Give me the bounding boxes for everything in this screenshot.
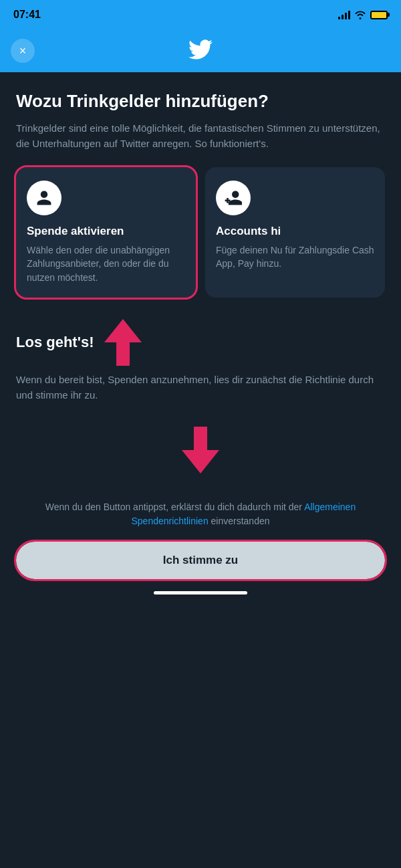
header: × xyxy=(0,29,401,72)
down-arrow-icon xyxy=(182,427,219,473)
consent-text: Wenn du den Button antippst, erklärst du… xyxy=(16,500,385,528)
spende-card[interactable]: Spende aktivieren Wähle den oder die una… xyxy=(16,167,196,298)
accounts-desc: Füge deinen Nu für Zahlungsdie Cash App,… xyxy=(216,243,374,271)
spende-title: Spende aktivieren xyxy=(27,225,185,238)
wifi-icon xyxy=(354,10,366,19)
close-icon: × xyxy=(19,45,27,57)
footer-area: Wenn du den Button antippst, erklärst du… xyxy=(0,487,401,621)
spende-icon-circle xyxy=(27,181,61,215)
main-content: Wozu Trinkgelder hinzufügen? Trinkgelder… xyxy=(0,72,401,427)
intro-text: Trinkgelder sind eine tolle Möglichkeit,… xyxy=(16,121,385,151)
status-bar: 07:41 xyxy=(0,0,401,29)
svg-marker-0 xyxy=(104,319,142,366)
status-icons xyxy=(338,10,388,19)
section2-title: Los geht's! xyxy=(16,334,94,351)
person-add-icon xyxy=(225,189,242,207)
page-title: Wozu Trinkgelder hinzufügen? xyxy=(16,91,385,112)
home-indicator xyxy=(154,591,247,594)
cards-row: Spende aktivieren Wähle den oder die una… xyxy=(16,167,385,298)
accounts-icon-circle xyxy=(216,181,251,215)
person-icon xyxy=(35,189,53,207)
signal-icon xyxy=(338,10,350,19)
battery-icon xyxy=(370,11,388,19)
spende-desc: Wähle den oder die unabhängigen Zahlungs… xyxy=(27,243,185,284)
status-time: 07:41 xyxy=(13,9,41,21)
section2-text: Wenn du bereit bist, Spenden anzunehmen,… xyxy=(16,372,385,403)
svg-marker-1 xyxy=(182,427,219,473)
accounts-title: Accounts hi xyxy=(216,225,374,238)
up-arrow-icon xyxy=(104,319,142,366)
accounts-card[interactable]: Accounts hi Füge deinen Nu für Zahlungsd… xyxy=(205,167,385,298)
twitter-logo xyxy=(188,39,213,62)
close-button[interactable]: × xyxy=(11,39,35,63)
los-gehts-section: Los geht's! Wenn du bereit bist, Spenden… xyxy=(16,319,385,403)
agree-button[interactable]: Ich stimme zu xyxy=(16,542,385,579)
